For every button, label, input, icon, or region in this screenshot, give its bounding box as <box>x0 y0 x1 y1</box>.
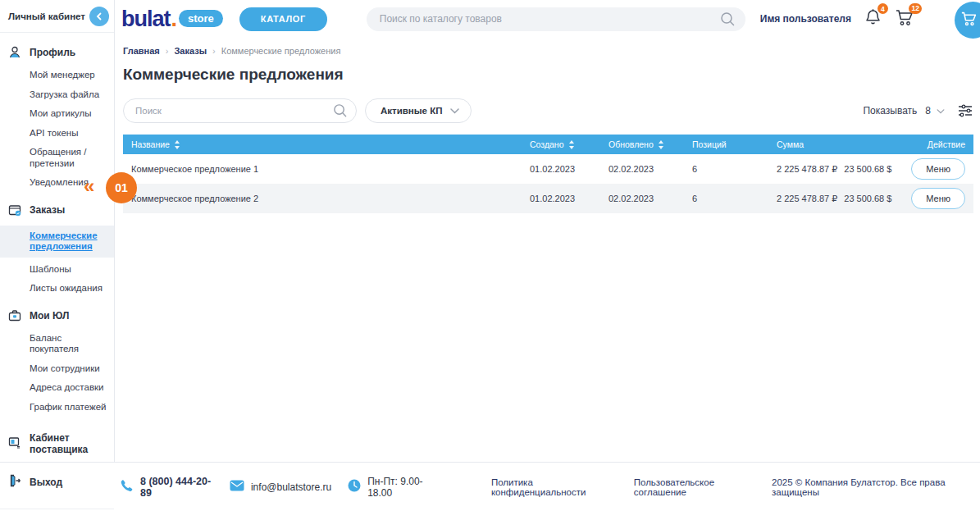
sidebar-collapse-button[interactable] <box>89 7 109 26</box>
user-name[interactable]: Имя пользователя <box>760 13 851 25</box>
main-area: bulat. store КАТАЛОГ Имя пользователя 4 <box>116 0 980 462</box>
offers-search-input[interactable] <box>123 98 357 123</box>
sidebar-divider <box>0 509 114 509</box>
sort-icon[interactable] <box>174 140 180 149</box>
sidebar-header: Личный кабинет <box>0 0 114 33</box>
cart-button[interactable]: 12 <box>895 8 915 30</box>
footer-link-user-agreement[interactable]: Пользовательское соглашение <box>634 477 755 497</box>
footer: 8 (800) 444-20-89 info@bulatstore.ru Пн-… <box>0 462 980 511</box>
offer-sum-rub: 2 225 478.87 ₽ <box>777 194 837 204</box>
sidebar-section-legal-entities[interactable]: Мои ЮЛ <box>0 308 114 323</box>
sidebar-item-my-articles[interactable]: Мои артикулы <box>0 107 114 121</box>
offer-action: Меню <box>891 158 973 180</box>
sidebar-section-label: Профиль <box>30 47 75 58</box>
logo[interactable]: bulat. store <box>121 7 223 32</box>
search-icon[interactable] <box>333 103 348 121</box>
breadcrumb: Главная › Заказы › Коммерческие предложе… <box>123 46 973 56</box>
sort-icon[interactable] <box>568 140 575 149</box>
sidebar-section-label: Заказы <box>30 204 65 216</box>
profile-items: Мой менеджер Загрузка файла Мои артикулы… <box>0 68 114 190</box>
offer-updated: 02.02.2023 <box>609 164 692 174</box>
sidebar-item-notifications[interactable]: Уведомления <box>0 176 114 190</box>
menu-button[interactable]: Меню <box>911 158 965 180</box>
catalog-search-input[interactable] <box>367 7 745 31</box>
offers-filter-dropdown[interactable]: Активные КП <box>365 98 472 123</box>
collapse-sidebar-chevrons-icon[interactable]: « <box>84 176 94 196</box>
offer-sum-usd: 23 500.68 $ <box>844 194 891 204</box>
supplier-cabinet-label: Кабинет поставщика <box>30 432 114 455</box>
notifications-badge: 4 <box>877 3 888 14</box>
footer-email[interactable]: info@bulatstore.ru <box>230 480 331 494</box>
offer-positions: 6 <box>692 194 777 203</box>
sidebar-item-commercial-offers[interactable]: Коммерческие предложения <box>0 226 114 258</box>
sidebar-item-my-employees[interactable]: Мои сотрудники <box>0 362 114 376</box>
chevron-left-icon <box>95 11 103 23</box>
sliders-filter-icon[interactable] <box>958 104 973 117</box>
logo-dot: . <box>171 7 178 32</box>
footer-hours: Пн-Пт: 9.00-18.00 <box>348 476 437 499</box>
phone-icon <box>120 479 134 495</box>
column-header-sum: Сумма <box>777 139 891 149</box>
table-row[interactable]: Коммерческое предложение 2 01.02.2023 02… <box>123 184 973 213</box>
offer-created: 01.02.2023 <box>530 194 609 203</box>
sidebar-item-my-manager[interactable]: Мой менеджер <box>0 68 114 83</box>
clock-icon <box>348 479 361 495</box>
search-icon[interactable] <box>720 11 736 30</box>
sidebar: Личный кабинет Профиль Мой менеджер Загр… <box>0 0 115 462</box>
offers-filter-value: Активные КП <box>381 106 442 116</box>
logo-word: bulat <box>121 7 171 32</box>
offer-sum: 2 225 478.87 ₽ 23 500.68 $ <box>777 194 891 204</box>
column-header-name[interactable]: Название <box>123 139 530 149</box>
topbar: bulat. store КАТАЛОГ Имя пользователя 4 <box>116 0 980 38</box>
footer-link-privacy-policy[interactable]: Политика конфиденциальности <box>491 477 616 497</box>
order-box-icon <box>7 203 22 217</box>
footer-copyright: 2025 © Компания Булатстор. Все права защ… <box>772 477 972 497</box>
column-header-created[interactable]: Создано <box>530 139 609 149</box>
breadcrumb-orders[interactable]: Заказы <box>174 46 207 56</box>
column-label: Название <box>131 139 170 149</box>
sidebar-section-profile[interactable]: Профиль <box>0 45 114 60</box>
sidebar-item-templates[interactable]: Шаблоны <box>0 262 114 277</box>
column-label: Создано <box>530 139 564 149</box>
page-size-control[interactable]: Показывать 8 <box>863 105 945 116</box>
chevron-down-icon <box>450 106 459 116</box>
sidebar-item-buyer-balance[interactable]: Баланс покупателя <box>0 331 114 357</box>
cart-icon <box>960 11 978 30</box>
breadcrumb-home[interactable]: Главная <box>123 46 160 56</box>
offers-search <box>123 98 357 123</box>
catalog-button[interactable]: КАТАЛОГ <box>239 7 327 31</box>
sidebar-item-payment-schedule[interactable]: График платежей <box>0 400 114 415</box>
footer-email-address: info@bulatstore.ru <box>251 481 331 493</box>
breadcrumb-separator: › <box>166 46 169 56</box>
sort-icon[interactable] <box>658 140 664 149</box>
sidebar-section-orders[interactable]: Заказы <box>0 203 114 217</box>
column-header-positions: Позиций <box>692 139 777 149</box>
offers-table: Название Создано Обновлено Позиций Сумма… <box>123 135 973 213</box>
sidebar-item-logout[interactable]: Выход <box>0 473 114 490</box>
footer-hours-text: Пн-Пт: 9.00-18.00 <box>367 476 437 499</box>
footer-phone[interactable]: 8 (800) 444-20-89 <box>120 476 212 499</box>
step-marker-badge: 01 <box>106 172 137 203</box>
page: Личный кабинет Профиль Мой менеджер Загр… <box>0 0 980 511</box>
content: Главная › Заказы › Коммерческие предложе… <box>116 38 980 213</box>
catalog-search <box>367 7 745 31</box>
sidebar-item-claims[interactable]: Обращения / претензии <box>0 145 114 171</box>
column-label: Обновлено <box>609 139 654 149</box>
sidebar-item-file-upload[interactable]: Загрузка файла <box>0 88 114 103</box>
sidebar-item-api-tokens[interactable]: API токены <box>0 126 114 141</box>
offer-action: Меню <box>891 188 973 209</box>
briefcase-icon <box>7 308 22 323</box>
column-header-updated[interactable]: Обновлено <box>609 139 692 149</box>
offer-sum: 2 225 478.87 ₽ 23 500.68 $ <box>777 164 891 175</box>
logo-store-badge: store <box>179 10 223 27</box>
sidebar-item-delivery-addresses[interactable]: Адреса доставки <box>0 381 114 395</box>
table-row[interactable]: Коммерческое предложение 1 01.02.2023 02… <box>123 154 973 184</box>
sidebar-item-supplier-cabinet[interactable]: Кабинет поставщика <box>0 432 114 455</box>
page-size-value: 8 <box>925 105 931 116</box>
offer-sum-usd: 23 500.68 $ <box>844 164 891 175</box>
notifications-button[interactable]: 4 <box>864 8 882 30</box>
sidebar-item-waiting-lists[interactable]: Листы ожидания <box>0 281 114 296</box>
table-header-row: Название Создано Обновлено Позиций Сумма… <box>123 135 973 154</box>
offer-updated: 02.02.2023 <box>609 194 692 203</box>
menu-button[interactable]: Меню <box>911 188 965 209</box>
